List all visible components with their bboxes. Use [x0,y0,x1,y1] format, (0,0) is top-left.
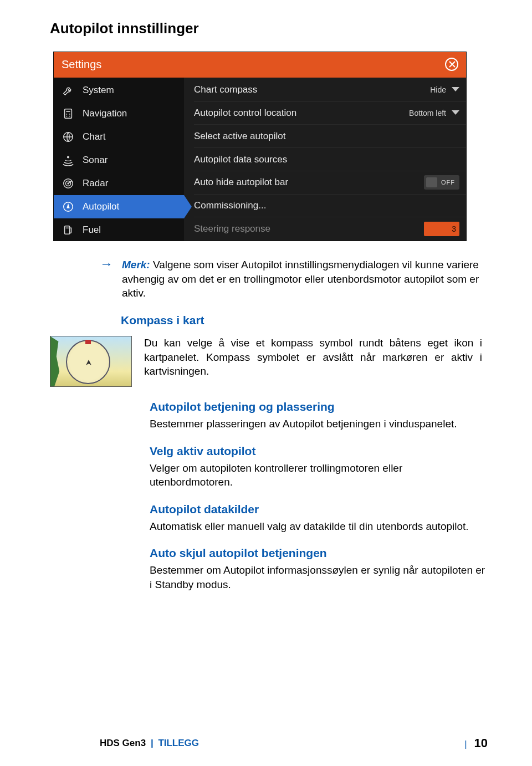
sidebar-item-label: Autopilot [83,201,119,212]
toggle-off[interactable]: OFF [424,175,459,190]
sidebar-item-fuel[interactable]: Fuel [54,218,184,241]
svg-point-7 [68,156,69,158]
option-label: Commissioning... [194,200,266,211]
option-chart-compass[interactable]: Chart compass Hide [194,79,466,102]
settings-options: Chart compass Hide Autopilot control loc… [184,78,466,241]
svg-rect-0 [65,109,72,119]
steering-response-slider[interactable]: 3 [424,222,459,236]
section-text: Bestemmer plasseringen av Autopilot betj… [150,417,488,431]
option-value: Bottom left [409,109,446,118]
kompass-paragraph: Du kan velge å vise et kompass symbol ru… [144,336,482,379]
autopilot-icon [62,200,75,213]
sonar-icon [62,154,75,167]
close-icon[interactable] [445,58,458,71]
note-label: Merk: [122,259,150,270]
chevron-down-icon [452,110,459,116]
section-head-kompass: Kompass i kart [121,314,488,327]
section-head-auto-skjul: Auto skjul autopilot betjeningen [150,547,488,560]
page-footer: HDS Gen3 | TILLEGG | 10 [100,736,488,750]
settings-title: Settings [62,58,101,71]
option-value: Hide [430,85,446,94]
option-auto-hide-bar[interactable]: Auto hide autopilot bar OFF [194,171,466,195]
sidebar-item-label: Fuel [83,224,101,236]
sidebar-item-label: Chart [83,131,106,142]
option-label: Autopilot control location [194,108,296,119]
option-control-location[interactable]: Autopilot control location Bottom left [194,102,466,125]
option-steering-response[interactable]: Steering response 3 [194,217,466,241]
sidebar-item-chart[interactable]: Chart [54,125,184,149]
sidebar-item-radar[interactable]: Radar [54,172,184,195]
globe-icon [62,130,75,144]
settings-panel: Settings System Navigation Chart [53,52,467,241]
section-head-betjening: Autopilot betjening og plassering [150,400,488,413]
section-text: Velger om autopiloten kontrollerer troll… [150,461,488,489]
fuel-icon [62,223,75,237]
option-label: Autopilot data sources [194,154,287,165]
page-title: Autopilot innstillinger [50,20,488,37]
sidebar-item-autopilot[interactable]: Autopilot [54,195,184,218]
option-label: Auto hide autopilot bar [194,177,288,188]
option-label: Steering response [194,223,270,234]
sidebar-item-label: Navigation [83,108,127,119]
settings-header: Settings [54,52,466,78]
footer-product: HDS Gen3 [100,738,146,748]
wrench-icon [62,84,75,97]
section-head-datakilder: Autopilot datakilder [150,503,488,516]
radar-icon [62,177,75,190]
sidebar-item-sonar[interactable]: Sonar [54,149,184,172]
option-label: Select active autopilot [194,131,285,142]
sidebar-item-label: System [83,85,114,96]
option-commissioning[interactable]: Commissioning... [194,195,466,218]
footer-addendum: TILLEGG [158,738,199,748]
section-text: Bestemmer om Autopilot informasjonssøyle… [150,563,488,591]
arrow-right-icon: → [100,258,113,270]
sidebar-item-system[interactable]: System [54,79,184,102]
sidebar-item-label: Radar [83,178,108,189]
option-select-active-autopilot[interactable]: Select active autopilot [194,125,466,148]
calculator-icon [62,107,75,120]
chevron-down-icon [452,87,459,93]
option-label: Chart compass [194,84,257,95]
settings-sidebar: System Navigation Chart Sonar Radar [54,78,184,241]
sidebar-item-label: Sonar [83,155,108,166]
section-text: Automatisk eller manuell valg av datakil… [150,519,488,534]
svg-rect-13 [65,226,70,234]
page-number: 10 [474,736,488,750]
compass-chart-image [50,336,132,387]
option-data-sources[interactable]: Autopilot data sources [194,148,466,171]
section-head-velg-aktiv: Velg aktiv autopilot [150,445,488,458]
note-text: Merk: Valgene som viser Autopilot innsti… [122,258,488,300]
sidebar-item-navigation[interactable]: Navigation [54,102,184,125]
